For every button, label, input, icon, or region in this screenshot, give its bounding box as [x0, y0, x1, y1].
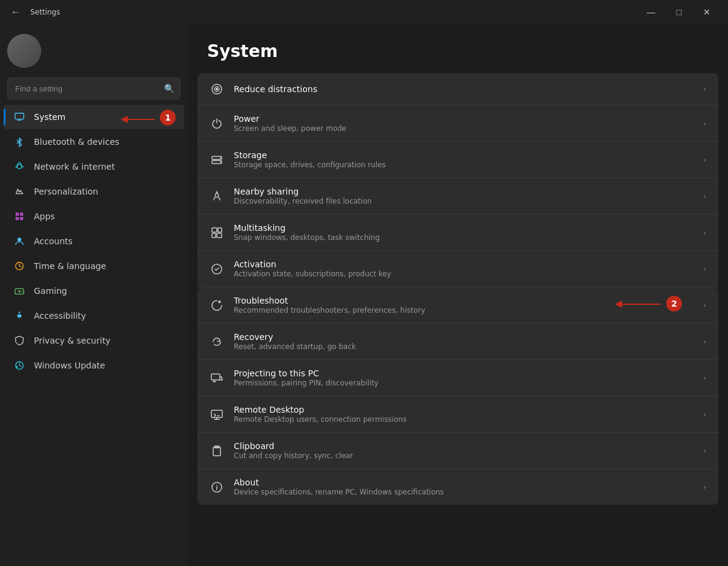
sidebar-item-label-update: Windows Update	[34, 361, 105, 370]
settings-item-troubleshoot-wrap: Troubleshoot Recommended troubleshooters…	[197, 287, 718, 324]
settings-item-projecting[interactable]: Projecting to this PC Permissions, pairi…	[197, 360, 718, 396]
sidebar-item-label-apps: Apps	[34, 211, 55, 221]
privacy-icon	[13, 335, 25, 347]
settings-item-text: Activation Activation state, subscriptio…	[234, 259, 693, 278]
sidebar-item-label-gaming: Gaming	[34, 286, 67, 296]
avatar	[7, 34, 41, 68]
projecting-icon	[210, 371, 224, 385]
sidebar-item-system[interactable]: System	[4, 105, 184, 129]
content-header: System	[188, 24, 728, 73]
settings-item-text: Clipboard Cut and copy history, sync, cl…	[234, 441, 693, 460]
activation-icon	[210, 262, 224, 276]
svg-rect-25	[211, 410, 222, 418]
nearby-icon	[210, 189, 224, 204]
svg-rect-3	[20, 213, 23, 216]
chevron-icon: ›	[703, 301, 706, 310]
settings-item-text: Storage Storage space, drives, configura…	[234, 150, 693, 169]
settings-item-text: Recovery Reset, advanced startup, go bac…	[234, 332, 693, 351]
sidebar-item-network[interactable]: Network & internet	[4, 155, 184, 179]
sidebar-item-label-accounts: Accounts	[34, 236, 73, 246]
svg-rect-2	[16, 213, 19, 216]
settings-item-reduce-distractions[interactable]: Reduce distractions ›	[197, 73, 718, 105]
settings-item-multitasking[interactable]: Multitasking Snap windows, desktops, tas…	[197, 215, 718, 251]
settings-item-power[interactable]: Power Screen and sleep, power mode ›	[197, 105, 718, 142]
svg-rect-5	[20, 217, 23, 220]
power-icon	[210, 116, 224, 131]
remote-icon	[210, 407, 224, 422]
personalization-icon	[13, 185, 25, 198]
close-button[interactable]: ✕	[693, 2, 721, 22]
sidebar-item-label-time: Time & language	[34, 261, 106, 271]
titlebar-controls: — □ ✕	[637, 2, 721, 22]
chevron-icon: ›	[703, 119, 706, 128]
focus-icon	[210, 82, 224, 96]
sidebar-item-apps[interactable]: Apps	[4, 204, 184, 228]
sidebar-item-label-system: System	[34, 112, 65, 122]
sidebar-item-label-bluetooth: Bluetooth & devices	[34, 137, 119, 147]
settings-item-text: Power Screen and sleep, power mode	[234, 114, 693, 133]
accessibility-icon	[13, 310, 25, 322]
recovery-icon	[210, 335, 224, 349]
svg-point-29	[216, 484, 217, 485]
chevron-icon: ›	[703, 85, 706, 93]
svg-rect-27	[213, 447, 220, 456]
user-section	[0, 24, 188, 75]
nav-list: System 1 Bluetooth & devices	[0, 104, 188, 378]
settings-item-storage[interactable]: Storage Storage space, drives, configura…	[197, 142, 718, 178]
sidebar-item-accounts[interactable]: Accounts	[4, 229, 184, 253]
sidebar-item-label-accessibility: Accessibility	[34, 311, 86, 321]
settings-item-text: Multitasking Snap windows, desktops, tas…	[234, 223, 693, 242]
titlebar-title: Settings	[30, 8, 60, 16]
svg-point-6	[18, 238, 21, 241]
settings-item-remote-desktop[interactable]: Remote Desktop Remote Desktop users, con…	[197, 396, 718, 433]
update-icon	[13, 359, 25, 371]
svg-point-16	[220, 157, 221, 158]
svg-rect-20	[212, 233, 216, 238]
accounts-icon	[13, 235, 25, 247]
sidebar-item-windowsupdate[interactable]: Windows Update	[4, 353, 184, 378]
gaming-icon	[13, 285, 25, 297]
nav-item-system-wrap: System 1	[0, 105, 188, 129]
settings-item-recovery[interactable]: Recovery Reset, advanced startup, go bac…	[197, 324, 718, 360]
settings-item-nearby-sharing[interactable]: Nearby sharing Discoverability, received…	[197, 178, 718, 215]
main-layout: 🔍 System 1	[0, 24, 728, 566]
chevron-icon: ›	[703, 156, 706, 164]
sidebar-item-personalization[interactable]: Personalization	[4, 179, 184, 204]
troubleshoot-icon	[210, 298, 224, 313]
sidebar-item-gaming[interactable]: Gaming	[4, 279, 184, 303]
settings-item-text: Nearby sharing Discoverability, received…	[234, 187, 693, 205]
clipboard-icon	[210, 444, 224, 458]
storage-icon	[210, 153, 224, 167]
svg-rect-24	[211, 374, 220, 380]
system-icon	[13, 111, 25, 123]
settings-item-about[interactable]: About Device specifications, rename PC, …	[197, 469, 718, 505]
chevron-icon: ›	[703, 374, 706, 382]
sidebar-item-bluetooth[interactable]: Bluetooth & devices	[4, 130, 184, 154]
svg-rect-21	[217, 233, 222, 238]
maximize-button[interactable]: □	[665, 2, 693, 22]
search-input[interactable]	[7, 78, 180, 99]
sidebar-item-privacy[interactable]: Privacy & security	[4, 328, 184, 353]
multitask-icon	[210, 225, 224, 240]
svg-rect-0	[15, 113, 24, 119]
svg-rect-4	[16, 217, 19, 220]
sidebar: 🔍 System 1	[0, 24, 188, 566]
svg-point-17	[220, 161, 221, 162]
svg-rect-19	[218, 228, 222, 232]
settings-item-troubleshoot[interactable]: Troubleshoot Recommended troubleshooters…	[197, 287, 718, 324]
minimize-button[interactable]: —	[637, 2, 665, 22]
sidebar-item-time[interactable]: Time & language	[4, 254, 184, 278]
time-icon	[13, 260, 25, 272]
back-button[interactable]: ←	[7, 4, 24, 21]
avatar-image	[7, 34, 41, 68]
settings-list: Reduce distractions › Power Screen and s…	[188, 73, 728, 505]
settings-item-clipboard[interactable]: Clipboard Cut and copy history, sync, cl…	[197, 433, 718, 469]
settings-item-text: Troubleshoot Recommended troubleshooters…	[234, 296, 693, 315]
chevron-icon: ›	[703, 483, 706, 491]
sidebar-item-accessibility[interactable]: Accessibility	[4, 304, 184, 328]
svg-point-9	[19, 311, 21, 313]
chevron-icon: ›	[703, 228, 706, 237]
content-area: System Reduce distractions › Power	[188, 24, 728, 566]
settings-item-activation[interactable]: Activation Activation state, subscriptio…	[197, 251, 718, 287]
svg-point-13	[216, 88, 218, 90]
